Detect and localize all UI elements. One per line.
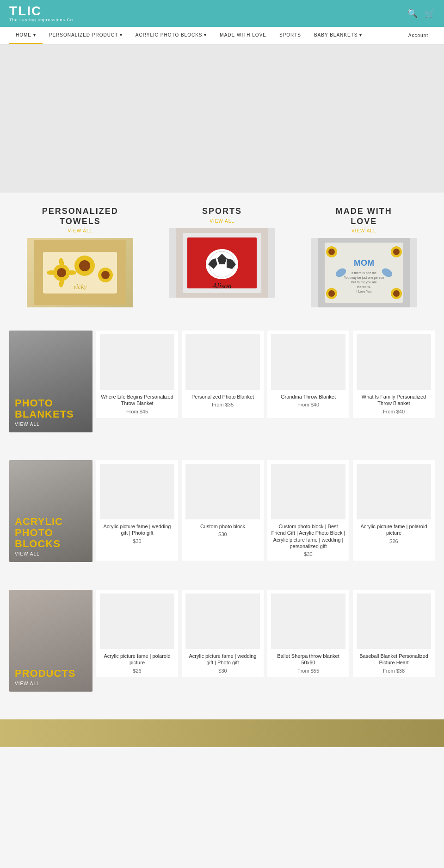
product-card[interactable]: Where Life Begins Personalized Throw Bla… (96, 331, 178, 418)
svg-point-5 (79, 260, 90, 271)
product-name: Personalized Photo Blanket (185, 393, 260, 400)
category-sports: SPORTS VIEW ALL Alison (151, 206, 293, 298)
category-towels-image[interactable]: vicky (27, 238, 133, 307)
product-price: $30 (100, 538, 174, 544)
photo-blankets-viewall[interactable]: VIEW ALL (15, 422, 87, 427)
product-name: Where Life Begins Personalized Throw Bla… (100, 393, 174, 407)
site-header: TLIC The Lasting Impressions Co. 🔍 🛒 (0, 0, 444, 27)
product-image (357, 593, 431, 649)
svg-text:I Love You: I Love You (356, 290, 371, 293)
logo[interactable]: TLIC The Lasting Impressions Co. (9, 5, 75, 22)
product-card[interactable]: Personalized Photo Blanket From $35 (182, 331, 264, 418)
product-image (271, 593, 345, 649)
product-image (100, 334, 174, 390)
product-image (100, 464, 174, 519)
category-sports-viewall[interactable]: VIEW ALL (210, 219, 234, 224)
bottom-banner (0, 719, 444, 747)
main-nav: HOME ▾ PERSONALIZED PRODUCT ▾ ACRYLIC PH… (0, 27, 444, 44)
acrylic-viewall[interactable]: VIEW ALL (15, 551, 87, 556)
product-card[interactable]: Grandma Throw Blanket From $40 (267, 331, 349, 418)
svg-point-11 (67, 270, 76, 275)
product-image (185, 593, 260, 649)
product-image (271, 334, 345, 390)
product-card[interactable]: Custom photo block | Best Friend Gift | … (267, 460, 349, 561)
nav-account[interactable]: Account (402, 27, 435, 44)
photo-blankets-section: PHOTOBLANKETS VIEW ALL Where Life Begins… (0, 321, 444, 442)
product-price: $30 (185, 531, 260, 537)
product-price: $26 (357, 538, 431, 544)
svg-point-30 (393, 290, 400, 297)
product-image (357, 334, 431, 390)
product-card[interactable]: Baseball Blanket Personalized Picture He… (353, 590, 435, 677)
nav-item-baby[interactable]: BABY BLANKETS ▾ (308, 27, 369, 44)
product-image (185, 464, 260, 519)
product-card[interactable]: Acrylic picture fame | polaroid picture … (353, 460, 435, 561)
products-banner-label: PRODUCTS (15, 668, 87, 679)
product-price: $30 (185, 668, 260, 674)
svg-point-26 (393, 249, 400, 255)
products-grid: Acrylic picture fame | polaroid picture … (96, 590, 435, 677)
products-banner[interactable]: PRODUCTS VIEW ALL (9, 590, 92, 692)
nav-item-home[interactable]: HOME ▾ (9, 27, 43, 44)
product-name: Acrylic picture fame | wedding gift | Ph… (185, 653, 260, 666)
product-card[interactable]: Custom photo block $30 (182, 460, 264, 561)
category-towels-title: PERSONALIZEDTOWELS (42, 206, 118, 226)
product-image (100, 593, 174, 649)
category-sports-image[interactable]: Alison (169, 228, 275, 298)
acrylic-grid: Acrylic picture fame | wedding gift | Ph… (96, 460, 435, 561)
product-name: Acrylic picture fame | polaroid picture (357, 523, 431, 537)
product-price: From $40 (357, 409, 431, 414)
product-name: Ballet Sherpa throw blanket 50x60 (271, 653, 345, 666)
hero-banner (0, 44, 444, 193)
photo-blankets-grid: Where Life Begins Personalized Throw Bla… (96, 331, 435, 418)
search-icon[interactable]: 🔍 (407, 8, 418, 19)
nav-item-sports[interactable]: SPORTS (273, 27, 308, 44)
category-love-viewall[interactable]: VIEW ALL (352, 228, 376, 233)
nav-item-acrylic[interactable]: ACRYLIC PHOTO BLOCKS ▾ (129, 27, 213, 44)
product-price: $30 (271, 551, 345, 557)
svg-point-24 (328, 249, 335, 255)
svg-point-7 (101, 271, 110, 279)
product-card[interactable]: Acrylic picture fame | wedding gift | Ph… (182, 590, 264, 677)
product-name: What Is Family Personalized Throw Blanke… (357, 393, 431, 407)
product-name: Grandma Throw Blanket (271, 393, 345, 400)
products-viewall[interactable]: VIEW ALL (15, 681, 87, 686)
product-price: From $45 (100, 409, 174, 414)
product-card[interactable]: What Is Family Personalized Throw Blanke… (353, 331, 435, 418)
nav-item-personalized[interactable]: PERSONALIZED PRODUCT ▾ (43, 27, 129, 44)
product-name: Custom photo block | Best Friend Gift | … (271, 523, 345, 550)
product-price: From $35 (185, 402, 260, 407)
nav-item-madewith[interactable]: MADE WITH LOVE (213, 27, 273, 44)
svg-text:But to me you are: But to me you are (351, 281, 376, 284)
svg-text:vicky: vicky (74, 283, 87, 290)
category-sports-title: SPORTS (202, 206, 242, 217)
product-image (271, 464, 345, 519)
acrylic-banner[interactable]: ACRYLICPHOTOBLOCKS VIEW ALL (9, 460, 92, 562)
product-price: From $38 (357, 668, 431, 674)
category-love: MADE WITHLOVE VIEW ALL MOM if there is o… (293, 206, 435, 307)
product-name: Acrylic picture fame | polaroid picture (100, 653, 174, 666)
product-name: Custom photo block (185, 523, 260, 530)
svg-text:Alison: Alison (212, 282, 232, 290)
category-love-image[interactable]: MOM if there is one did You may be just … (311, 238, 417, 307)
cart-icon[interactable]: 🛒 (425, 8, 435, 19)
product-card[interactable]: Ballet Sherpa throw blanket 50x60 From $… (267, 590, 349, 677)
logo-main: TLIC (9, 5, 75, 18)
category-towels-viewall[interactable]: VIEW ALL (68, 228, 93, 233)
product-price: $26 (100, 668, 174, 674)
logo-sub: The Lasting Impressions Co. (9, 18, 75, 22)
header-icons: 🔍 🛒 (407, 8, 435, 19)
photo-blankets-banner[interactable]: PHOTOBLANKETS VIEW ALL (9, 331, 92, 432)
product-card[interactable]: Acrylic picture fame | wedding gift | Ph… (96, 460, 178, 561)
photo-blankets-banner-label: PHOTOBLANKETS (15, 398, 87, 420)
svg-point-28 (328, 290, 335, 297)
category-towels: PERSONALIZEDTOWELS VIEW ALL vicky (9, 206, 151, 307)
categories-section: PERSONALIZEDTOWELS VIEW ALL vicky (0, 193, 444, 312)
acrylic-row: ACRYLICPHOTOBLOCKS VIEW ALL Acrylic pict… (9, 460, 435, 562)
product-name: Baseball Blanket Personalized Picture He… (357, 653, 431, 666)
svg-text:the world.: the world. (357, 285, 370, 288)
product-card[interactable]: Acrylic picture fame | polaroid picture … (96, 590, 178, 677)
products-row: PRODUCTS VIEW ALL Acrylic picture fame |… (9, 590, 435, 692)
svg-point-3 (57, 268, 66, 277)
product-price: From $40 (271, 402, 345, 407)
